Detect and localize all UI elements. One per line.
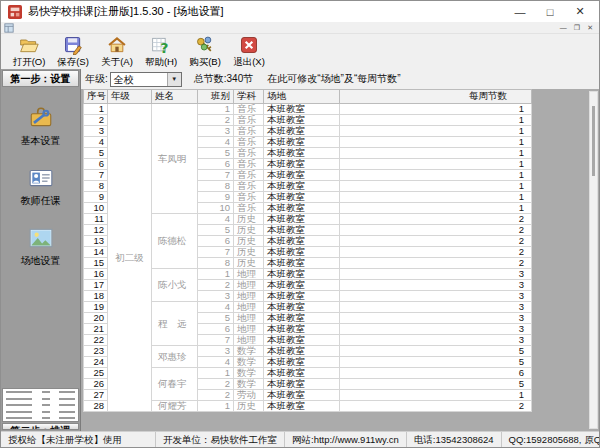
vertical-scrollbar[interactable] xyxy=(589,91,598,429)
child-minimize-button[interactable]: — xyxy=(560,23,567,33)
step2-header[interactable]: 第二步：排课 xyxy=(2,423,79,430)
cell-venue[interactable]: 本班教室 xyxy=(264,401,340,412)
cell-class: 1 xyxy=(198,269,234,280)
cell-weekly-periods[interactable]: 2 xyxy=(340,214,532,225)
cell-class: 2 xyxy=(198,115,234,126)
cell-venue[interactable]: 本班教室 xyxy=(264,346,340,357)
cell-weekly-periods[interactable]: 5 xyxy=(340,379,532,390)
cell-weekly-periods[interactable]: 1 xyxy=(340,126,532,137)
cell-venue[interactable]: 本班教室 xyxy=(264,291,340,302)
cell-weekly-periods[interactable]: 3 xyxy=(340,335,532,346)
toolbox-icon xyxy=(28,105,54,131)
cell-venue[interactable]: 本班教室 xyxy=(264,126,340,137)
cell-row-number: 24 xyxy=(84,357,108,368)
maximize-button[interactable]: □ xyxy=(535,2,565,21)
cell-class: 5 xyxy=(198,148,234,159)
minimize-button[interactable]: — xyxy=(505,2,535,21)
sidebar-spacer xyxy=(1,268,80,388)
scrollbar-thumb[interactable] xyxy=(592,106,595,176)
cell-weekly-periods[interactable]: 1 xyxy=(340,181,532,192)
cell-weekly-periods[interactable]: 1 xyxy=(340,159,532,170)
toolbar-button-exit[interactable]: 退出(X) xyxy=(227,35,271,68)
sidebar-item-basic-settings[interactable]: 基本设置 xyxy=(1,105,80,148)
cell-venue[interactable]: 本班教室 xyxy=(264,137,340,148)
cell-venue[interactable]: 本班教室 xyxy=(264,214,340,225)
sidebar-item-venue-settings[interactable]: 场地设置 xyxy=(1,225,80,268)
cell-venue[interactable]: 本班教室 xyxy=(264,148,340,159)
cell-weekly-periods[interactable]: 2 xyxy=(340,258,532,269)
toolbar-button-save[interactable]: 保存(S) xyxy=(51,35,95,68)
cell-weekly-periods[interactable]: 3 xyxy=(340,313,532,324)
cell-class: 4 xyxy=(198,302,234,313)
cell-weekly-periods[interactable]: 1 xyxy=(340,203,532,214)
mini-row xyxy=(6,417,75,419)
cell-venue[interactable]: 本班教室 xyxy=(264,390,340,401)
sidebar-item-teacher-assignments[interactable]: 教师任课 xyxy=(1,165,80,208)
cell-weekly-periods[interactable]: 3 xyxy=(340,280,532,291)
step1-header[interactable]: 第一步：设置 xyxy=(2,70,79,87)
cell-weekly-periods[interactable]: 2 xyxy=(340,236,532,247)
cell-venue[interactable]: 本班教室 xyxy=(264,170,340,181)
cell-class: 7 xyxy=(198,335,234,346)
cell-venue[interactable]: 本班教室 xyxy=(264,302,340,313)
cell-weekly-periods[interactable]: 2 xyxy=(340,247,532,258)
close-button[interactable]: ✕ xyxy=(565,2,595,21)
cell-venue[interactable]: 本班教室 xyxy=(264,357,340,368)
cell-weekly-periods[interactable]: 2 xyxy=(340,225,532,236)
cell-subject: 音乐 xyxy=(234,159,264,170)
child-restore-button[interactable]: ❐ xyxy=(574,23,580,33)
cell-venue[interactable]: 本班教室 xyxy=(264,313,340,324)
cell-class: 2 xyxy=(198,379,234,390)
cell-weekly-periods[interactable]: 6 xyxy=(340,368,532,379)
teacher-name-cell: 陈德松 xyxy=(152,214,198,269)
cell-venue[interactable]: 本班教室 xyxy=(264,335,340,346)
cell-venue[interactable]: 本班教室 xyxy=(264,104,340,115)
cell-venue[interactable]: 本班教室 xyxy=(264,192,340,203)
teacher-name-cell: 车凤明 xyxy=(152,104,198,214)
cell-weekly-periods[interactable]: 1 xyxy=(340,104,532,115)
cell-weekly-periods[interactable]: 1 xyxy=(340,170,532,181)
cell-venue[interactable]: 本班教室 xyxy=(264,203,340,214)
cell-class: 8 xyxy=(198,181,234,192)
cell-venue[interactable]: 本班教室 xyxy=(264,225,340,236)
cell-venue[interactable]: 本班教室 xyxy=(264,159,340,170)
cell-class: 3 xyxy=(198,126,234,137)
toolbar-button-buy[interactable]: 购买(B) xyxy=(183,35,227,68)
cell-venue[interactable]: 本班教室 xyxy=(264,115,340,126)
cell-weekly-periods[interactable]: 1 xyxy=(340,390,532,401)
cell-venue[interactable]: 本班教室 xyxy=(264,236,340,247)
toolbar-button-open[interactable]: 打开(O) xyxy=(7,35,51,68)
chevron-down-icon[interactable]: ▼ xyxy=(167,73,181,86)
child-close-button[interactable]: ✕ xyxy=(587,23,593,33)
cell-weekly-periods[interactable]: 5 xyxy=(340,346,532,357)
cell-weekly-periods[interactable]: 5 xyxy=(340,357,532,368)
cell-row-number: 13 xyxy=(84,236,108,247)
cell-venue[interactable]: 本班教室 xyxy=(264,368,340,379)
cell-weekly-periods[interactable]: 1 xyxy=(340,192,532,203)
cell-venue[interactable]: 本班教室 xyxy=(264,247,340,258)
cell-weekly-periods[interactable]: 3 xyxy=(340,291,532,302)
cell-weekly-periods[interactable]: 3 xyxy=(340,302,532,313)
cell-weekly-periods[interactable]: 2 xyxy=(340,401,532,412)
grid-area: 序号年级姓名班别学科场地每周节数 1初二级车凤明1音乐本班教室122音乐本班教室… xyxy=(81,89,599,431)
cell-weekly-periods[interactable]: 1 xyxy=(340,115,532,126)
sidebar-items: 基本设置教师任课场地设置 xyxy=(1,88,80,268)
grade-dropdown[interactable]: 全校 ▼ xyxy=(110,72,182,87)
table-row: 23邓惠珍3数学本班教室5 xyxy=(84,346,532,357)
cell-venue[interactable]: 本班教室 xyxy=(264,258,340,269)
cell-venue[interactable]: 本班教室 xyxy=(264,379,340,390)
cell-weekly-periods[interactable]: 3 xyxy=(340,324,532,335)
cell-row-number: 18 xyxy=(84,291,108,302)
cell-venue[interactable]: 本班教室 xyxy=(264,269,340,280)
cell-weekly-periods[interactable]: 1 xyxy=(340,148,532,159)
cell-venue[interactable]: 本班教室 xyxy=(264,280,340,291)
toolbar-button-help[interactable]: ?帮助(H) xyxy=(139,35,183,68)
cell-venue[interactable]: 本班教室 xyxy=(264,324,340,335)
cell-subject: 历史 xyxy=(234,258,264,269)
cell-weekly-periods[interactable]: 3 xyxy=(340,269,532,280)
cell-venue[interactable]: 本班教室 xyxy=(264,181,340,192)
cell-subject: 劳动 xyxy=(234,390,264,401)
toolbar-button-about[interactable]: 关于(A) xyxy=(95,35,139,68)
cell-class: 7 xyxy=(198,170,234,181)
cell-weekly-periods[interactable]: 1 xyxy=(340,137,532,148)
